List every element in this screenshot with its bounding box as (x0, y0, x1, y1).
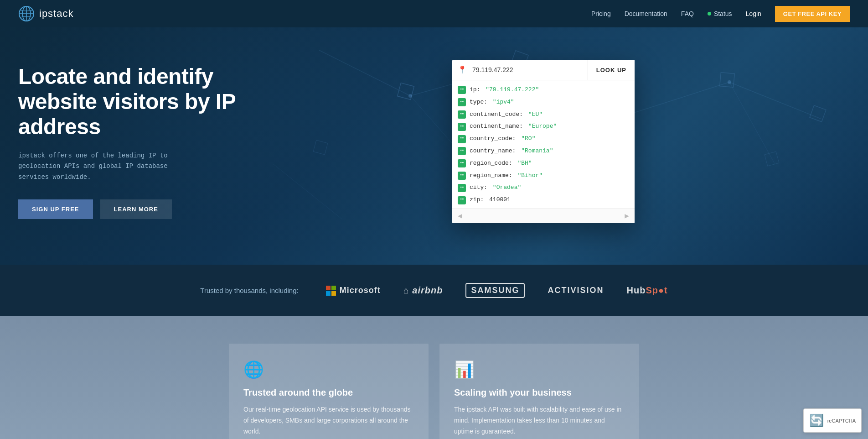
nav-links: Pricing Documentation FAQ Status Login G… (591, 6, 850, 22)
result-row: "" region_code: "BH" (452, 157, 635, 170)
nav-status-label: Status (714, 10, 732, 17)
location-pin-icon: 📍 (452, 65, 472, 74)
type-badge: "" (458, 184, 466, 192)
result-row: "" country_code: "RO" (452, 133, 635, 145)
nav-status[interactable]: Status (708, 10, 732, 17)
result-colon (485, 195, 488, 205)
result-row: "" continent_name: "Europe" (452, 120, 635, 133)
widget-search-bar: 📍 LOOK UP (452, 60, 635, 80)
microsoft-text: Microsoft (340, 286, 381, 295)
chart-icon: 📊 (454, 360, 625, 380)
type-badge: "" (458, 110, 466, 119)
result-colon (481, 85, 485, 95)
microsoft-logo: Microsoft (326, 286, 381, 296)
result-key: country_name: (470, 146, 516, 156)
airbnb-logo: ⌂ airbnb (403, 285, 443, 296)
recaptcha-label: reCAPTCHA (827, 418, 856, 423)
type-badge: "" (458, 172, 466, 180)
result-key: type: (470, 98, 487, 107)
result-colon (488, 98, 492, 107)
result-colon (513, 159, 517, 168)
widget-results: "" ip: "79.119.47.222" "" type: "ipv4" "… (452, 80, 635, 208)
result-key: continent_code: (470, 110, 523, 120)
feature-card-globe: 🌐 Trusted around the globe Our real-time… (229, 344, 429, 439)
lookup-button[interactable]: LOOK UP (588, 60, 635, 80)
get-api-key-button[interactable]: GET FREE API KEY (775, 6, 850, 22)
feature-desc-1: The ipstack API was built with scalabili… (454, 404, 625, 437)
trusted-logos: Microsoft ⌂ airbnb SAMSUNG ACTIVISION Hu… (326, 283, 668, 298)
type-badge: "" (458, 196, 466, 204)
ms-cell-blue (326, 291, 331, 296)
result-row: "" type: "ipv4" (452, 96, 635, 109)
nav-pricing[interactable]: Pricing (591, 10, 611, 17)
features-grid: 🌐 Trusted around the globe Our real-time… (229, 344, 639, 439)
result-row: "" zip: 410001 (452, 194, 635, 206)
feature-desc-0: Our real-time geolocation API service is… (243, 404, 414, 437)
result-colon (488, 183, 492, 193)
result-row: "" city: "Oradea" (452, 182, 635, 194)
logo-text: ipstack (39, 8, 73, 20)
ip-input[interactable] (472, 60, 588, 80)
globe-icon: 🌐 (243, 360, 414, 380)
widget-container: 📍 LOOK UP "" ip: "79.119.47.222" "" type… (452, 60, 635, 223)
scroll-left-icon[interactable]: ◀ (456, 210, 464, 221)
recaptcha-badge: 🔄 reCAPTCHA (803, 408, 862, 433)
result-colon (524, 110, 527, 120)
airbnb-icon: ⌂ (403, 285, 409, 295)
result-key: ip: (470, 85, 480, 95)
trusted-label: Trusted by thousands, including: (200, 287, 298, 294)
result-key: latitude: (470, 208, 501, 208)
ip-lookup-widget: 📍 LOOK UP "" ip: "79.119.47.222" "" type… (237, 60, 850, 223)
navbar: ipstack Pricing Documentation FAQ Status… (0, 0, 868, 27)
features-section: 🌐 Trusted around the globe Our real-time… (0, 316, 868, 439)
status-dot (708, 12, 711, 16)
widget-bottom-bar: ◀ ▶ (452, 208, 635, 223)
type-badge: "" (458, 159, 466, 167)
microsoft-icon (326, 286, 336, 296)
result-key: country_code: (470, 134, 516, 144)
recaptcha-icon: 🔄 (809, 413, 824, 428)
feature-card-chart: 📊 Scaling with your business The ipstack… (439, 344, 639, 439)
hubspot-logo: HubSp●t (627, 285, 668, 296)
trusted-bar: Trusted by thousands, including: Microso… (0, 265, 868, 316)
result-colon (524, 122, 527, 131)
result-key: region_code: (470, 159, 512, 168)
logo-icon (18, 5, 35, 22)
hero-content: Locate and identify website visitors by … (18, 64, 237, 219)
type-badge: "" (458, 147, 466, 155)
result-colon (502, 208, 506, 208)
result-key: city: (470, 183, 487, 193)
scroll-right-icon[interactable]: ▶ (623, 210, 631, 221)
type-badge: "" (458, 98, 466, 106)
result-key: zip: (470, 195, 484, 205)
result-key: continent_name: (470, 122, 523, 131)
result-row: "" continent_code: "EU" (452, 109, 635, 121)
result-row: "" ip: "79.119.47.222" (452, 84, 635, 96)
hero-buttons: SIGN UP FREE LEARN MORE (18, 199, 237, 219)
feature-title-1: Scaling with your business (454, 387, 625, 398)
logo[interactable]: ipstack (18, 5, 73, 22)
result-row: "" region_name: "Bihor" (452, 170, 635, 182)
signup-button[interactable]: SIGN UP FREE (18, 199, 93, 219)
nav-faq[interactable]: FAQ (681, 10, 694, 17)
type-badge: "" (458, 86, 466, 94)
feature-title-0: Trusted around the globe (243, 387, 414, 398)
hubspot-hub: Hub (627, 285, 646, 295)
result-colon (513, 171, 517, 181)
result-colon (517, 146, 520, 156)
nav-login[interactable]: Login (746, 10, 761, 17)
result-row: "" country_name: "Romania" (452, 145, 635, 157)
learn-more-button[interactable]: LEARN MORE (100, 199, 172, 219)
ms-cell-red (326, 286, 331, 290)
type-badge: "" (458, 135, 466, 143)
ms-cell-yellow (331, 291, 336, 296)
result-key: region_name: (470, 171, 512, 181)
nav-docs[interactable]: Documentation (625, 10, 667, 17)
result-colon (517, 134, 520, 144)
hubspot-spot: Sp●t (646, 285, 667, 296)
hero-subtitle: ipstack offers one of the leading IP to … (18, 151, 191, 183)
hero-title: Locate and identify website visitors by … (18, 64, 237, 140)
type-badge: "" (458, 123, 466, 131)
hero-section: Locate and identify website visitors by … (0, 27, 868, 265)
activision-logo: ACTIVISION (548, 286, 604, 295)
